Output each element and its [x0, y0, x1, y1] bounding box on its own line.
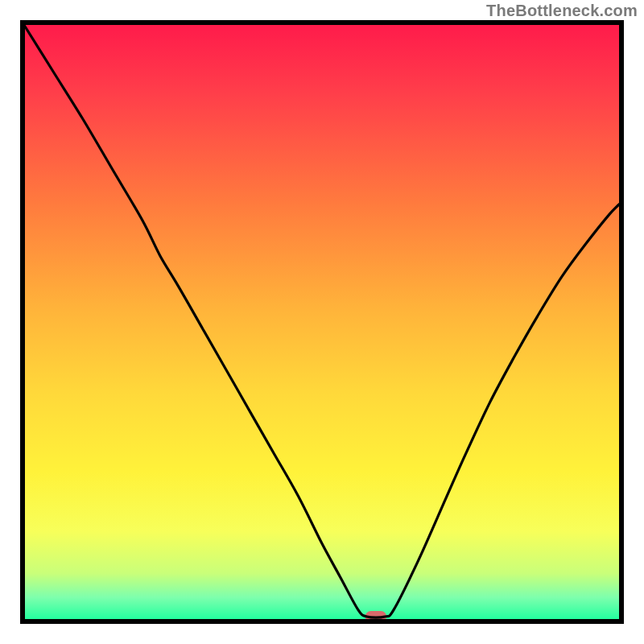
chart-container: TheBottleneck.com	[0, 0, 644, 644]
plot-background	[23, 23, 621, 621]
watermark-text: TheBottleneck.com	[486, 2, 638, 20]
bottleneck-curve-chart	[0, 0, 644, 644]
